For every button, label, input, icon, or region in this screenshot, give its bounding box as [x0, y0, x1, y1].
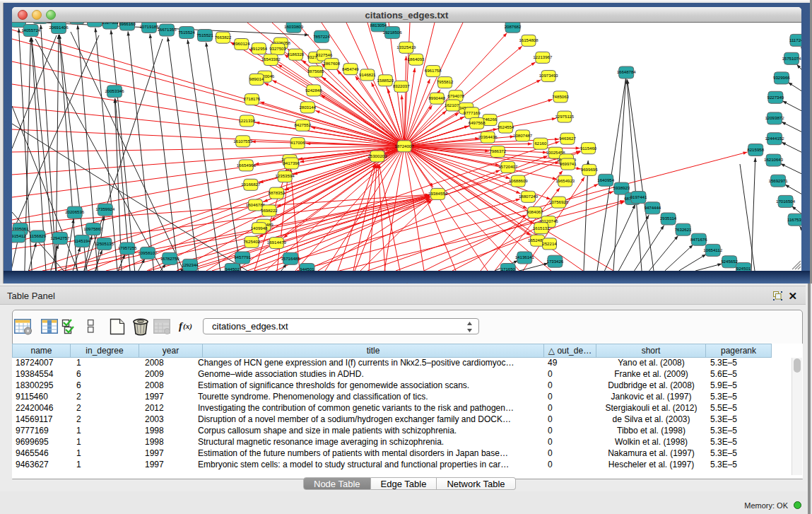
svg-text:16654966: 16654966 — [237, 163, 257, 168]
svg-text:2087682: 2087682 — [505, 24, 522, 29]
svg-text:20364436: 20364436 — [478, 134, 498, 139]
svg-text:20691406: 20691406 — [49, 25, 69, 30]
svg-text:9777169: 9777169 — [464, 110, 481, 115]
svg-text:8215958: 8215958 — [747, 147, 764, 152]
svg-text:1588520: 1588520 — [377, 78, 394, 83]
svg-text:19166827: 19166827 — [241, 182, 261, 187]
svg-text:17957255: 17957255 — [118, 245, 138, 250]
svg-text:10807487: 10807487 — [513, 133, 533, 138]
svg-text:9242848: 9242848 — [305, 88, 322, 93]
svg-text:1117243: 1117243 — [789, 37, 806, 42]
svg-text:8813054: 8813054 — [370, 23, 387, 28]
svg-text:171650: 171650 — [501, 267, 516, 271]
svg-text:9327503: 9327503 — [269, 46, 286, 51]
svg-text:944501: 944501 — [300, 267, 314, 271]
svg-text:9417396: 9417396 — [283, 160, 300, 165]
svg-text:15720407: 15720407 — [498, 164, 518, 169]
svg-text:8912954: 8912954 — [250, 46, 267, 51]
svg-text:2803144: 2803144 — [299, 105, 316, 110]
svg-text:15692971: 15692971 — [769, 178, 789, 183]
svg-text:3624554: 3624554 — [498, 124, 514, 129]
svg-text:6794078: 6794078 — [447, 93, 464, 98]
svg-text:(x): (x) — [183, 322, 192, 331]
svg-text:8427552: 8427552 — [294, 122, 311, 127]
svg-text:16648784: 16648784 — [617, 69, 637, 74]
svg-text:8471676: 8471676 — [690, 237, 707, 242]
svg-text:12942757: 12942757 — [50, 235, 70, 240]
svg-text:8878352: 8878352 — [269, 190, 286, 195]
svg-text:18807249: 18807249 — [519, 194, 539, 199]
svg-text:989014: 989014 — [249, 76, 264, 81]
svg-text:1145194: 1145194 — [74, 238, 91, 243]
svg-text:2718176: 2718176 — [244, 96, 261, 101]
svg-text:417006: 417006 — [290, 140, 305, 145]
svg-text:10654112: 10654112 — [703, 247, 722, 252]
svg-text:9699741: 9699741 — [560, 161, 577, 166]
svg-text:8990448: 8990448 — [428, 95, 445, 100]
svg-text:9146821: 9146821 — [359, 72, 376, 77]
svg-text:16154808: 16154808 — [519, 37, 539, 42]
svg-text:17016504: 17016504 — [776, 199, 796, 204]
svg-text:1292344: 1292344 — [182, 262, 199, 267]
svg-text:9084067: 9084067 — [526, 209, 543, 214]
svg-text:9227349: 9227349 — [767, 95, 784, 100]
svg-text:1640954: 1640954 — [597, 177, 614, 182]
svg-text:7632621: 7632621 — [675, 227, 692, 232]
svg-text:9115460: 9115460 — [580, 146, 597, 151]
svg-text:8186328: 8186328 — [288, 52, 305, 57]
svg-text:20053346: 20053346 — [105, 88, 124, 93]
svg-text:9699695: 9699695 — [581, 167, 598, 172]
svg-text:18724007: 18724007 — [395, 144, 415, 148]
svg-text:16033809: 16033809 — [284, 24, 304, 29]
svg-text:7986372: 7986372 — [489, 148, 506, 153]
svg-text:5698222: 5698222 — [261, 208, 278, 213]
svg-text:9197441: 9197441 — [630, 194, 647, 199]
svg-text:2867608: 2867608 — [323, 61, 340, 66]
svg-text:19654923: 19654923 — [555, 178, 575, 183]
svg-text:1864093: 1864093 — [408, 57, 425, 62]
svg-text:9245652: 9245652 — [721, 259, 738, 264]
svg-text:12444152: 12444152 — [765, 136, 784, 141]
svg-text:1156829: 1156829 — [30, 233, 47, 238]
svg-text:10973493: 10973493 — [539, 73, 559, 78]
svg-text:5938923: 5938923 — [613, 185, 630, 190]
svg-text:17359924: 17359924 — [95, 206, 115, 211]
svg-text:15751074: 15751074 — [782, 56, 801, 61]
svg-text:7857224: 7857224 — [313, 34, 330, 39]
svg-text:2935114: 2935114 — [660, 216, 677, 221]
svg-text:16671355: 16671355 — [157, 27, 177, 32]
svg-text:10688609: 10688609 — [509, 178, 529, 183]
svg-text:3875685: 3875685 — [307, 69, 324, 74]
svg-text:7515521: 7515521 — [196, 33, 213, 37]
svg-text:19218506: 19218506 — [383, 30, 403, 35]
svg-text:8960124: 8960124 — [233, 41, 250, 46]
svg-text:9327546: 9327546 — [316, 52, 333, 57]
svg-text:252214: 252214 — [542, 241, 557, 246]
svg-text:12353594: 12353594 — [276, 173, 295, 178]
svg-text:1615132: 1615132 — [533, 226, 550, 230]
svg-text:1221338: 1221338 — [238, 118, 255, 123]
svg-text:20206536: 20206536 — [65, 209, 85, 214]
svg-text:1733426: 1733426 — [547, 259, 564, 264]
svg-text:12505135: 12505135 — [95, 241, 114, 246]
svg-text:12093872: 12093872 — [765, 115, 784, 120]
svg-text:10756928: 10756928 — [549, 199, 569, 204]
svg-text:7625402: 7625402 — [243, 239, 260, 244]
svg-text:6961758: 6961758 — [425, 68, 442, 73]
svg-text:7955812: 7955812 — [437, 79, 454, 84]
svg-text:19384554: 19384554 — [428, 191, 448, 196]
svg-text:8454749: 8454749 — [342, 66, 359, 71]
svg-text:14136141: 14136141 — [515, 255, 535, 259]
svg-text:9463627: 9463627 — [559, 136, 576, 141]
svg-text:16914479: 16914479 — [267, 240, 287, 245]
svg-text:25300203: 25300203 — [367, 153, 387, 158]
svg-text:13325419: 13325419 — [396, 45, 416, 49]
svg-text:10719185: 10719185 — [139, 24, 159, 29]
svg-text:62160: 62160 — [534, 141, 547, 146]
svg-text:10975867: 10975867 — [83, 226, 103, 231]
svg-text:12975115: 12975115 — [555, 114, 574, 119]
svg-text:16543382: 16543382 — [261, 57, 281, 62]
svg-text:6497568: 6497568 — [469, 120, 486, 125]
svg-text:7515524: 7515524 — [178, 30, 195, 35]
svg-text:924501: 924501 — [736, 266, 751, 271]
